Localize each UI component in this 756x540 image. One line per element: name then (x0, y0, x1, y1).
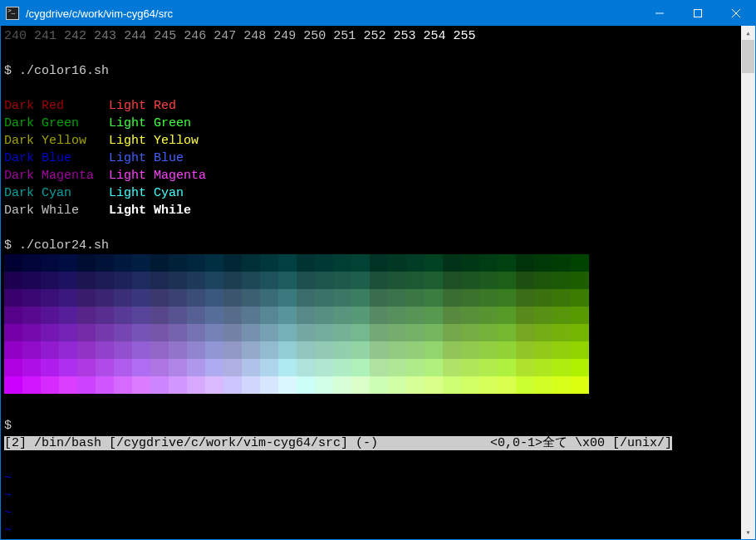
maximize-button[interactable] (679, 1, 717, 26)
minimize-button[interactable] (641, 1, 679, 26)
close-button[interactable] (717, 1, 755, 26)
titlebar[interactable]: /cygdrive/c/work/vim-cyg64/src (1, 1, 755, 26)
terminal-icon (6, 7, 19, 20)
scroll-down-arrow[interactable]: ▾ (741, 525, 755, 539)
terminal-content[interactable]: 240 241 242 243 244 245 246 247 248 249 … (1, 26, 741, 539)
vim-statusline: [2] /bin/bash [/cygdrive/c/work/vim-cyg6… (4, 436, 672, 450)
window-title: /cygdrive/c/work/vim-cyg64/src (26, 7, 173, 20)
scrollbar-vertical[interactable]: ▴ ▾ (741, 26, 755, 539)
color24-gradient (4, 254, 589, 394)
scroll-up-arrow[interactable]: ▴ (741, 26, 755, 40)
scroll-thumb[interactable] (742, 40, 754, 73)
terminal-window: /cygdrive/c/work/vim-cyg64/src 240 241 2… (0, 0, 756, 540)
svg-rect-1 (695, 10, 702, 17)
